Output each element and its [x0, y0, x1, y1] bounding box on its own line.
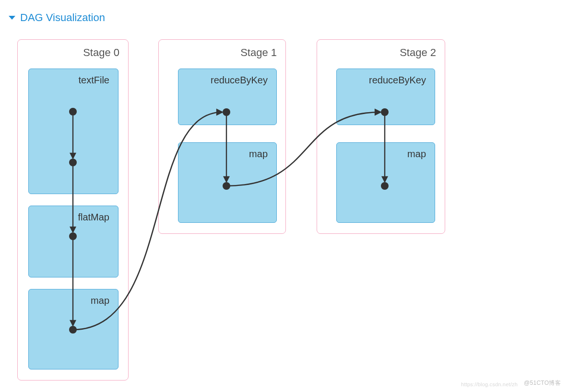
stage-title: Stage 2	[400, 46, 436, 59]
op-label: textFile	[79, 75, 109, 86]
stage-2-op-1: map	[336, 142, 435, 223]
stage-2-op-0: reduceByKey	[336, 69, 435, 125]
stage-2: Stage 2reduceByKeymap	[317, 39, 445, 234]
stage-0-op-0: textFile	[28, 69, 118, 194]
stage-0-op-2: map	[28, 289, 118, 369]
stage-1-op-0: reduceByKey	[178, 69, 277, 125]
stage-title: Stage 0	[83, 46, 119, 59]
stage-1-op-1: map	[178, 142, 277, 223]
op-label: map	[249, 149, 268, 160]
watermark-csdn: https://blog.csdn.net/zh	[461, 381, 518, 387]
op-label: reduceByKey	[369, 75, 426, 86]
stage-0-op-1: flatMap	[28, 206, 118, 277]
watermark-51cto: @51CTO博客	[524, 379, 561, 387]
op-label: map	[91, 295, 109, 306]
op-label: reduceByKey	[211, 75, 268, 86]
stage-1: Stage 1reduceByKeymap	[158, 39, 286, 234]
dag-canvas: Stage 0textFileflatMapmapStage 1reduceBy…	[0, 0, 568, 392]
op-label: flatMap	[78, 212, 109, 223]
op-label: map	[407, 149, 426, 160]
stage-title: Stage 1	[240, 46, 277, 59]
stage-0: Stage 0textFileflatMapmap	[17, 39, 129, 380]
